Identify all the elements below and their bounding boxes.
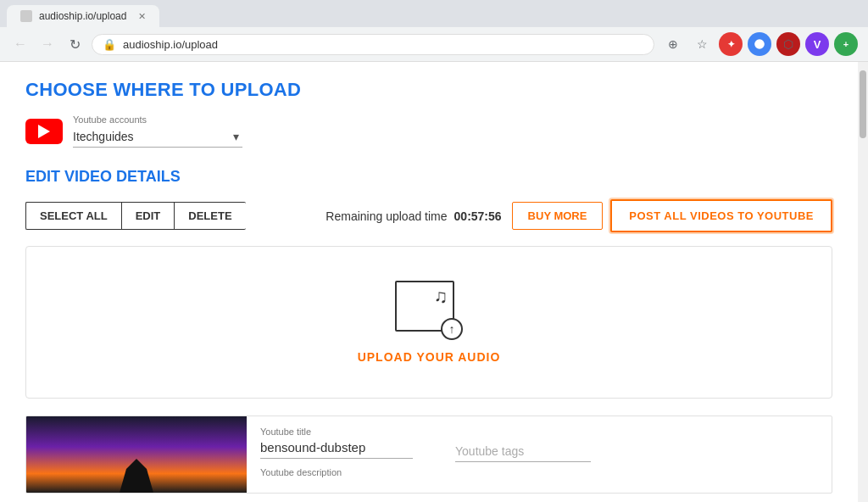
scrollbar-thumb[interactable] bbox=[860, 70, 866, 138]
browser-chrome: audioship.io/upload ✕ ← → ↻ 🔒 audioship.… bbox=[0, 0, 868, 62]
back-button[interactable]: ← bbox=[10, 34, 31, 54]
delete-button[interactable]: DELETE bbox=[174, 202, 245, 230]
youtube-play-icon bbox=[38, 125, 50, 138]
url-text: audioship.io/upload bbox=[123, 38, 218, 51]
address-bar[interactable]: 🔒 audioship.io/upload bbox=[92, 34, 654, 55]
upload-area[interactable]: ♫ ↑ UPLOAD YOUR AUDIO bbox=[25, 246, 832, 399]
ext1-icon[interactable]: ✦ bbox=[719, 32, 743, 56]
tab-close-button[interactable]: ✕ bbox=[138, 11, 146, 22]
select-all-button[interactable]: SELECT ALL bbox=[25, 202, 121, 230]
tab-title: audioship.io/upload bbox=[39, 10, 126, 22]
video-card: Youtube title bensound-dubstep Youtube t… bbox=[25, 416, 832, 494]
youtube-title-value[interactable]: bensound-dubstep bbox=[260, 440, 413, 459]
lock-icon: 🔒 bbox=[103, 38, 116, 51]
video-thumbnail bbox=[26, 416, 247, 493]
thumbnail-silhouette bbox=[120, 459, 153, 493]
action-bar: SELECT ALL EDIT DELETE Remaining upload … bbox=[25, 199, 832, 232]
account-label: Youtube accounts bbox=[73, 114, 242, 125]
youtube-logo bbox=[25, 119, 63, 144]
youtube-title-label: Youtube title bbox=[260, 427, 818, 437]
scrollbar[interactable] bbox=[858, 62, 868, 502]
toolbar-icons: ⊕ ☆ ✦ ⬡ V + bbox=[661, 32, 858, 56]
page-wrapper: CHOOSE WHERE TO UPLOAD Youtube accounts … bbox=[0, 62, 868, 502]
ext3-icon[interactable]: ⬡ bbox=[776, 32, 800, 56]
details-row: bensound-dubstep Youtube tags bbox=[260, 440, 818, 462]
ext2-icon[interactable] bbox=[748, 32, 771, 56]
forward-button[interactable]: → bbox=[37, 34, 58, 54]
refresh-button[interactable]: ↻ bbox=[64, 34, 85, 54]
upload-time: 00:57:56 bbox=[454, 209, 502, 223]
youtube-account-section: Youtube accounts Itechguides ▾ bbox=[25, 114, 832, 148]
chevron-down-icon: ▾ bbox=[233, 130, 239, 143]
youtube-tags-input[interactable]: Youtube tags bbox=[455, 444, 591, 462]
upload-arrow-icon: ↑ bbox=[449, 323, 455, 335]
tab-favicon bbox=[20, 10, 32, 22]
address-bar-row: ← → ↻ 🔒 audioship.io/upload ⊕ ☆ ✦ ⬡ V + bbox=[0, 27, 868, 61]
browser-tab[interactable]: audioship.io/upload ✕ bbox=[7, 5, 159, 27]
youtube-desc-label: Youtube description bbox=[260, 467, 818, 477]
post-all-button[interactable]: POST ALL VIDEOS TO YOUTUBE bbox=[610, 199, 832, 232]
upload-circle: ↑ bbox=[441, 318, 463, 340]
remaining-label: Remaining upload time bbox=[326, 209, 447, 223]
profile-v-icon[interactable]: V bbox=[805, 32, 829, 56]
page-content: CHOOSE WHERE TO UPLOAD Youtube accounts … bbox=[0, 62, 858, 502]
edit-title: EDIT VIDEO DETAILS bbox=[25, 168, 832, 186]
account-select[interactable]: Itechguides ▾ bbox=[73, 126, 242, 148]
edit-button[interactable]: EDIT bbox=[121, 202, 175, 230]
svg-point-0 bbox=[754, 39, 765, 49]
video-details: Youtube title bensound-dubstep Youtube t… bbox=[247, 416, 832, 493]
upload-label[interactable]: UPLOAD YOUR AUDIO bbox=[358, 350, 501, 364]
bookmark-icon[interactable]: ☆ bbox=[690, 32, 714, 56]
extensions-icon[interactable]: ⊕ bbox=[661, 32, 685, 56]
music-upload-icon: ♫ ↑ bbox=[395, 281, 463, 340]
profile-green-icon[interactable]: + bbox=[834, 32, 858, 56]
account-name: Itechguides bbox=[73, 130, 230, 143]
remaining-upload: Remaining upload time 00:57:56 bbox=[326, 209, 501, 223]
choose-title: CHOOSE WHERE TO UPLOAD bbox=[25, 79, 832, 101]
account-select-wrapper: Youtube accounts Itechguides ▾ bbox=[73, 114, 242, 148]
music-notes-icon: ♫ bbox=[434, 287, 448, 306]
tab-bar: audioship.io/upload ✕ bbox=[0, 0, 868, 27]
buy-more-button[interactable]: BUY MORE bbox=[512, 202, 604, 230]
